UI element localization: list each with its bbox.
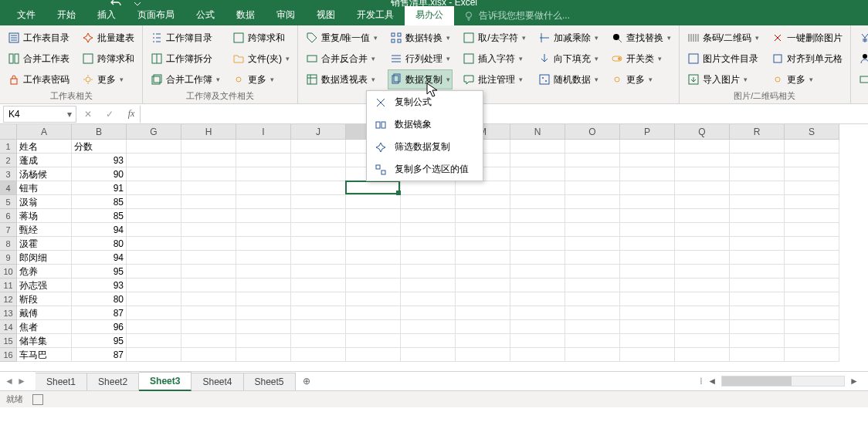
cell[interactable] <box>565 265 620 279</box>
cell[interactable] <box>401 251 456 265</box>
dropdown-icon[interactable] <box>130 0 145 10</box>
cell[interactable] <box>127 306 181 320</box>
col-header-R[interactable]: R <box>730 124 785 140</box>
btn-more-4[interactable]: 更多▾ <box>770 70 844 89</box>
tab-review[interactable]: 审阅 <box>266 5 306 25</box>
cell[interactable] <box>127 181 181 195</box>
cell[interactable] <box>565 251 620 265</box>
cell[interactable] <box>401 279 456 292</box>
cell[interactable] <box>127 237 181 251</box>
cell[interactable] <box>181 140 236 154</box>
dd-copy-formula[interactable]: 复制公式 <box>367 91 483 113</box>
cell[interactable] <box>181 181 236 195</box>
cell[interactable] <box>620 223 675 237</box>
cell[interactable] <box>675 306 730 320</box>
tab-home[interactable]: 开始 <box>46 5 86 25</box>
cell[interactable] <box>401 348 456 362</box>
col-header-B[interactable]: B <box>72 124 127 140</box>
sheet-tab-5[interactable]: Sheet5 <box>244 373 296 390</box>
row-header-14[interactable]: 14 <box>0 320 17 334</box>
btn-files-folders[interactable]: 文件(夹)▾ <box>231 49 291 68</box>
cell[interactable] <box>620 334 675 348</box>
cell[interactable] <box>181 348 236 362</box>
cell[interactable]: 姓名 <box>17 140 72 154</box>
cell[interactable]: 96 <box>72 320 127 334</box>
cell[interactable] <box>565 348 620 362</box>
cell[interactable] <box>785 265 839 279</box>
cell[interactable]: 87 <box>72 306 127 320</box>
btn-merge-books[interactable]: 合并工作簿▾ <box>149 70 222 89</box>
cell[interactable] <box>785 209 839 223</box>
sheet-tab-1[interactable]: Sheet1 <box>36 373 87 390</box>
btn-book-toc[interactable]: 工作簿目录 <box>149 29 222 47</box>
cell[interactable]: 87 <box>72 348 127 362</box>
cell[interactable] <box>675 140 730 154</box>
btn-import-image[interactable]: 导入图片▾ <box>686 70 761 89</box>
col-header-Q[interactable]: Q <box>675 124 730 140</box>
cell[interactable]: 汲翁 <box>17 195 72 209</box>
cell[interactable] <box>181 167 236 181</box>
cancel-formula-icon[interactable]: ✕ <box>80 109 97 120</box>
btn-comment-mgr[interactable]: 批注管理▾ <box>461 70 527 89</box>
cell[interactable] <box>346 265 401 279</box>
cell[interactable] <box>730 154 785 167</box>
cell[interactable] <box>620 154 675 167</box>
btn-batch-create[interactable]: 批量建表 <box>80 29 136 47</box>
resize-handle[interactable]: ⁞ <box>700 376 703 387</box>
btn-label-batch[interactable]: 标签批量打 <box>857 70 868 89</box>
cell[interactable] <box>456 334 510 348</box>
cell[interactable] <box>291 167 346 181</box>
cell[interactable] <box>620 306 675 320</box>
cell[interactable] <box>181 251 236 265</box>
row-header-10[interactable]: 10 <box>0 265 17 279</box>
cell[interactable] <box>401 223 456 237</box>
cell[interactable]: 95 <box>72 265 127 279</box>
cell[interactable] <box>127 320 181 334</box>
fx-icon[interactable]: fx <box>123 108 140 120</box>
col-header-N[interactable]: N <box>510 124 565 140</box>
cell[interactable] <box>236 334 291 348</box>
btn-more-3[interactable]: 更多▾ <box>609 70 673 89</box>
cell[interactable] <box>291 348 346 362</box>
cell[interactable]: 80 <box>72 292 127 306</box>
cell[interactable] <box>456 320 510 334</box>
cell[interactable] <box>236 251 291 265</box>
sheet-tab-3[interactable]: Sheet3 <box>139 372 192 391</box>
btn-more-1[interactable]: 更多▾ <box>80 70 136 89</box>
cell[interactable] <box>346 195 401 209</box>
cell[interactable] <box>181 154 236 167</box>
cell[interactable] <box>675 334 730 348</box>
btn-merge-sheets[interactable]: 合并工作表 <box>6 49 71 68</box>
btn-data-copy[interactable]: 数据复制▾ <box>388 70 452 89</box>
cell[interactable] <box>346 181 401 195</box>
cell[interactable] <box>127 334 181 348</box>
sheet-tab-2[interactable]: Sheet2 <box>87 373 139 390</box>
col-header-I[interactable]: I <box>236 124 291 140</box>
cell[interactable] <box>510 237 565 251</box>
dd-data-mirror[interactable]: 数据镜象 <box>367 113 483 136</box>
row-header-2[interactable]: 2 <box>0 154 17 167</box>
cell[interactable] <box>565 209 620 223</box>
btn-data-convert[interactable]: 数据转换▾ <box>388 29 452 47</box>
row-header-11[interactable]: 11 <box>0 279 17 292</box>
cell[interactable]: 靳段 <box>17 292 72 306</box>
cell[interactable] <box>730 265 785 279</box>
row-header-12[interactable]: 12 <box>0 292 17 306</box>
cell[interactable] <box>620 348 675 362</box>
btn-switches[interactable]: 开关类▾ <box>609 49 673 68</box>
cell[interactable]: 94 <box>72 223 127 237</box>
scroll-track[interactable] <box>721 376 845 387</box>
name-box[interactable]: K4 ▾ <box>3 106 76 123</box>
cell[interactable] <box>730 334 785 348</box>
btn-fill-down[interactable]: 向下填充▾ <box>537 49 600 68</box>
cell[interactable] <box>401 320 456 334</box>
macro-record-icon[interactable] <box>32 394 43 405</box>
cell[interactable] <box>730 181 785 195</box>
cell[interactable] <box>291 237 346 251</box>
cell[interactable] <box>565 167 620 181</box>
cell[interactable]: 93 <box>72 154 127 167</box>
cell[interactable] <box>291 306 346 320</box>
cell[interactable] <box>291 265 346 279</box>
cell[interactable] <box>510 140 565 154</box>
cell[interactable] <box>456 195 510 209</box>
